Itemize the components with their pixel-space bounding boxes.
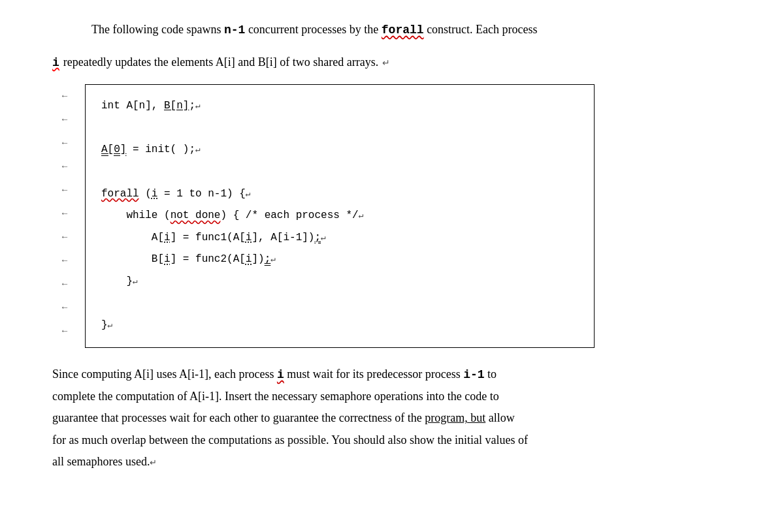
code-line-1: int A[n], B[n];↵	[101, 95, 578, 117]
code-line-5: A[i] = func1(A[i], A[i-1]);↵	[101, 227, 578, 249]
code-line-8: }↵	[101, 315, 578, 337]
line-marker-8: ←	[60, 249, 72, 272]
code-line-4: while (not done) { /* each process */↵	[101, 205, 578, 227]
intro-line2: i repeatedly updates the elements A[i] a…	[52, 52, 745, 73]
code-line-3: forall (i = 1 to n-1) {↵	[101, 183, 578, 206]
para-line4: for as much overlap between the computat…	[52, 430, 745, 451]
line-marker-11: ←	[60, 319, 72, 343]
line-markers: ← ← ← ← ← ← ← ← ← ← ←	[60, 84, 72, 343]
line-marker-6: ←	[60, 202, 72, 225]
code-area: ← ← ← ← ← ← ← ← ← ← ← int A[n], B[n];↵ A…	[85, 84, 745, 348]
line-marker-5: ←	[60, 178, 72, 202]
code-box: int A[n], B[n];↵ A[0] = init( );↵ forall…	[85, 84, 595, 348]
i1-bold-var: i-1	[463, 368, 484, 381]
para-line1: Since computing A[i] uses A[i-1], each p…	[52, 364, 745, 386]
code-line-blank1	[101, 117, 578, 140]
code-line-6: B[i] = func2(A[i]);↵	[101, 249, 578, 271]
code-line-7: }↵	[101, 271, 578, 293]
code-line-blank2	[101, 161, 578, 183]
line-marker-7: ←	[60, 225, 72, 249]
intro-line2-text: repeatedly updates the elements A[i] and…	[63, 52, 378, 72]
para-line2: complete the computation of A[i-1]. Inse…	[52, 386, 745, 407]
line-marker-9: ←	[60, 272, 72, 296]
forall-bold: forall	[382, 23, 424, 37]
code-line-blank3	[101, 293, 578, 315]
intro-prefix: The following code spawns	[91, 23, 224, 36]
para-line3: guarantee that processes wait for each o…	[52, 407, 745, 429]
code-line-2: A[0] = init( );↵	[101, 139, 578, 161]
bottom-paragraph: Since computing A[i] uses A[i-1], each p…	[52, 364, 745, 473]
n-minus-1-bold: n-1	[224, 23, 245, 37]
line-marker-4: ←	[60, 155, 72, 178]
return-arrow-intro: ↵	[382, 55, 390, 71]
page-content: The following code spawns n-1 concurrent…	[52, 20, 745, 473]
line-marker-10: ←	[60, 296, 72, 319]
return-arrow-end: ↵	[150, 458, 157, 467]
para-line5: all semaphores used.↵	[52, 451, 745, 473]
intro-end: construct. Each process	[424, 23, 538, 36]
line-marker-2: ←	[60, 108, 72, 131]
program-but-link: program, but	[425, 411, 485, 424]
intro-middle: concurrent processes by the	[245, 23, 381, 36]
i-bold-var: i	[277, 368, 284, 381]
line-marker-1: ←	[60, 84, 72, 108]
intro-line1: The following code spawns n-1 concurrent…	[52, 20, 745, 40]
i-variable-intro: i	[52, 53, 59, 73]
line-marker-3: ←	[60, 131, 72, 155]
